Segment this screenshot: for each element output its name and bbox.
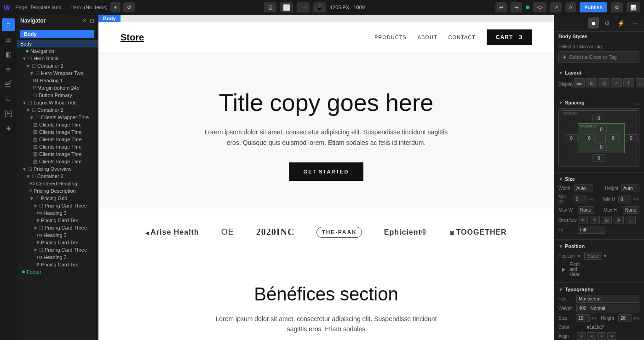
tablet-landscape-btn[interactable]: ⬜ <box>280 2 293 12</box>
cart-button[interactable]: CART 3 <box>487 29 532 45</box>
minh-input[interactable] <box>618 196 631 203</box>
code-btn[interactable]: <> <box>533 2 546 12</box>
fit-more-btn[interactable]: … <box>608 227 613 232</box>
display-flex-btn[interactable]: ⊞ <box>586 78 597 87</box>
nav-products[interactable]: PRODUCTS <box>374 35 407 40</box>
pages-icon[interactable]: □ <box>2 92 15 105</box>
position-dropdown-btn[interactable]: ▾ <box>604 254 606 259</box>
font-input[interactable] <box>576 295 639 303</box>
display-none-btn[interactable]: × <box>611 78 622 87</box>
elements-icon[interactable]: ⊞ <box>2 33 15 46</box>
tree-item-pricing-desc[interactable]: P Pricing Description <box>17 187 98 195</box>
align-right-btn[interactable]: ≡ <box>597 332 606 340</box>
tree-item-clients-2[interactable]: 🖼 Clients Image Thre <box>17 128 98 136</box>
undo-btn[interactable]: ↩ <box>495 2 507 12</box>
tree-item-navigation[interactable]: Navigation <box>17 47 98 55</box>
desktop-device-btn[interactable]: 🖥 <box>264 2 276 12</box>
overflow-visible-btn[interactable]: 👁 <box>578 216 588 224</box>
position-static-btn[interactable]: Static <box>584 252 602 260</box>
align-center-btn[interactable]: ≡ <box>587 332 596 340</box>
tree-item-footer[interactable]: Footer <box>17 268 98 276</box>
tree-item-container2-3[interactable]: ▼ ☐ Container 2 <box>17 173 98 180</box>
selector-input[interactable]: + Select a Class or Tag <box>558 51 639 63</box>
padding-top-input[interactable] <box>596 126 607 133</box>
size-typo-input[interactable] <box>576 314 590 322</box>
chevron-down-btn[interactable]: ▾ <box>110 2 121 12</box>
tree-item-h3-2[interactable]: H3 Heading 3 <box>17 231 98 239</box>
cms-icon[interactable]: ≣ <box>2 63 15 75</box>
tree-item-p-1[interactable]: P Pricing Card Tex <box>17 217 98 224</box>
publish-button[interactable]: Publish <box>580 2 607 12</box>
maxh-input[interactable] <box>623 206 639 214</box>
minw-input[interactable] <box>574 196 586 203</box>
tablet-portrait-btn[interactable]: ▭ <box>297 2 310 12</box>
tree-item-clients-1[interactable]: 🖼 Clients Image Thre <box>17 121 98 128</box>
tree-item-p-3[interactable]: P Pricing Card Tex <box>17 261 98 268</box>
padding-right-input[interactable] <box>608 134 619 142</box>
tree-item-h3-3[interactable]: H3 Heading 3 <box>17 254 98 261</box>
align-left-btn[interactable]: ≡ <box>577 332 586 340</box>
tree-item-hero-stack[interactable]: ▼ ☐ Hero Stack <box>17 55 98 62</box>
display-block-btn[interactable]: ▬ <box>574 78 585 87</box>
tree-item-p-2[interactable]: P Pricing Card Tex <box>17 239 98 246</box>
expand-navigator-btn[interactable]: ⊡ <box>90 17 94 24</box>
navigator-icon[interactable]: ≡ <box>2 18 15 31</box>
margin-left-input[interactable] <box>565 134 578 142</box>
overflow-auto-btn[interactable]: A <box>614 216 624 224</box>
interactions-icon[interactable]: ◈ <box>2 121 15 134</box>
close-navigator-btn[interactable]: ✕ <box>82 17 87 24</box>
tree-item-pricing-card-1[interactable]: ▼ ☐ Pricing Card Three <box>17 202 98 209</box>
tree-item-button-primary[interactable]: ☐ Button Primary <box>17 92 98 99</box>
display-grid-btn[interactable]: ⊟ <box>598 78 610 87</box>
body-tag[interactable]: Body <box>20 30 94 38</box>
overflow-edit-btn[interactable]: ✎ <box>590 216 600 224</box>
styles-panel-btn[interactable]: ■ <box>588 17 599 29</box>
tree-item-pricing-overview[interactable]: ▼ ☐ Pricing Overview <box>17 165 98 173</box>
tree-item-container2-2[interactable]: ▼ ☐ Container 2 <box>17 106 98 114</box>
display-more-btn[interactable]: … <box>636 78 644 87</box>
cms-btn[interactable]: A <box>565 2 576 12</box>
tree-item-clients-3[interactable]: 🖼 Clients Image Thre <box>17 136 98 143</box>
tree-item-body[interactable]: Body <box>17 40 98 47</box>
fit-input[interactable] <box>578 226 605 234</box>
redo-btn[interactable]: ↪ <box>511 2 522 12</box>
tree-item-clients-6[interactable]: 🖼 Clients Image Thre <box>17 158 98 165</box>
restore-btn[interactable]: ↺ <box>123 2 135 12</box>
tree-item-clients-5[interactable]: 🖼 Clients Image Thre <box>17 150 98 158</box>
margin-top-input[interactable] <box>592 115 605 122</box>
mobile-btn[interactable]: 📱 <box>313 2 326 12</box>
export-btn[interactable]: ↗ <box>550 2 562 12</box>
tree-item-hero-wrapper-two[interactable]: ▼ ☐ Hero Wrapper Two <box>17 69 98 77</box>
padding-left-input[interactable] <box>584 134 595 142</box>
tree-item-logos[interactable]: ▼ ☐ Logos Without Title <box>17 99 98 106</box>
settings-btn[interactable]: ⚙ <box>611 2 623 12</box>
height-input[interactable] <box>621 184 639 192</box>
tree-item-pricing-card-2[interactable]: ▼ ☐ Pricing Card Three <box>17 224 98 231</box>
tree-item-centered-heading[interactable]: H2 Centered Heading <box>17 180 98 187</box>
margin-bottom-input[interactable] <box>592 154 605 162</box>
tree-item-margin-bottom[interactable]: P Margin bottom 24p <box>17 84 98 92</box>
tree-item-h3-1[interactable]: H3 Heading 3 <box>17 209 98 217</box>
settings-panel-btn[interactable]: ⚙ <box>602 17 613 29</box>
overflow-scroll-btn[interactable]: ⊟ <box>602 216 612 224</box>
analytics-btn[interactable]: 📊 <box>627 2 640 12</box>
ecomm-icon[interactable]: 🛒 <box>2 77 15 90</box>
users-icon[interactable]: [F] <box>2 107 15 120</box>
nav-contact[interactable]: CONTACT <box>448 35 476 40</box>
weight-input[interactable] <box>576 305 639 312</box>
color-swatch[interactable] <box>577 324 583 330</box>
assets-icon[interactable]: ◧ <box>2 48 15 61</box>
nav-about[interactable]: ABOUT <box>418 35 437 40</box>
overflow-more-btn[interactable]: … <box>626 216 636 224</box>
tree-item-container2-1[interactable]: ▼ ☐ Container 2 <box>17 62 98 69</box>
tree-item-clients-4[interactable]: 🖼 Clients Image Thre <box>17 143 98 150</box>
height-typo-input[interactable] <box>618 314 632 322</box>
align-justify-btn[interactable]: ≡ <box>607 332 616 340</box>
display-text-btn[interactable]: T <box>623 78 634 87</box>
margin-right-input[interactable] <box>625 134 638 142</box>
interactions-panel-btn[interactable]: ⚡ <box>615 17 627 29</box>
padding-bottom-input[interactable] <box>596 143 607 151</box>
tree-item-pricing-card-3[interactable]: ▼ ☐ Pricing Card Three <box>17 246 98 254</box>
tree-item-pricing-grid[interactable]: ▼ ☐ Pricing Grid <box>17 195 98 202</box>
width-input[interactable] <box>574 184 592 192</box>
